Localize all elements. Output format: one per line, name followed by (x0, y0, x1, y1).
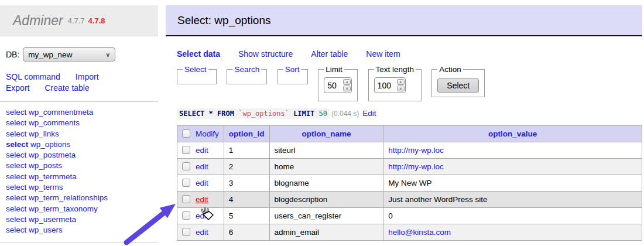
text-length-input[interactable]: 100 ∧ ∨ (374, 77, 406, 93)
table-row: edit3blognameMy New WP (177, 175, 642, 192)
option-value-cell: hello@kinsta.com (383, 224, 642, 241)
adminer-new-version-link[interactable]: 4.7.8 (88, 16, 105, 25)
edit-link-row-5[interactable]: edit (196, 211, 208, 220)
column-header-option-name[interactable]: option_name (269, 126, 383, 142)
select-table-link-wp_usermeta[interactable]: select (6, 215, 26, 224)
edit-link-row-4[interactable]: edit (196, 195, 208, 204)
action-legend: Action (437, 65, 463, 74)
row-checkbox[interactable] (182, 179, 190, 187)
select-table-link-wp_term_relationships[interactable]: select (6, 193, 26, 202)
table-link-wp_comments[interactable]: wp_comments (29, 118, 80, 127)
query-duration: (0.044 s) (331, 110, 359, 118)
table-row: edit6admin_emailhello@kinsta.com (177, 224, 642, 241)
sql-keyword: FROM (217, 110, 234, 118)
table-link-wp_term_relationships[interactable]: wp_term_relationships (29, 193, 108, 202)
table-row: edit1siteurlhttp://my-wp.loc (177, 142, 642, 159)
select-table-link-wp_posts[interactable]: select (6, 161, 26, 170)
sort-toggle-link[interactable]: Sort (285, 65, 300, 74)
row-checkbox[interactable] (182, 228, 190, 236)
table-link-wp_links[interactable]: wp_links (29, 129, 59, 138)
edit-link-row-6[interactable]: edit (196, 228, 208, 237)
modify-cell: edit (177, 224, 224, 241)
spinner-down-icon[interactable]: ∨ (343, 86, 351, 91)
edit-link-row-2[interactable]: edit (196, 162, 208, 171)
db-select[interactable]: my_wp_new ∨ (23, 47, 115, 62)
modify-link[interactable]: Modify (196, 129, 219, 138)
spinner-up-icon[interactable]: ∧ (397, 79, 405, 85)
edit-link-row-1[interactable]: edit (196, 146, 208, 155)
option-value-link[interactable]: hello@kinsta.com (388, 228, 451, 237)
results-table: Modify option_id option_name option_valu… (177, 125, 642, 241)
edit-link-row-3[interactable]: edit (196, 179, 208, 187)
option-value-cell: My New WP (383, 175, 642, 192)
table-link-wp_users[interactable]: wp_users (29, 226, 63, 234)
table-link-wp_postmeta[interactable]: wp_postmeta (29, 151, 76, 159)
chevron-down-icon: ∨ (105, 51, 110, 59)
tab-new-item[interactable]: New item (366, 49, 400, 59)
modify-header-cell: Modify (177, 126, 224, 142)
column-header-option-value[interactable]: option_value (383, 126, 642, 142)
select-table-link-wp_term_taxonomy[interactable]: select (6, 204, 26, 213)
text-length-legend: Text length (374, 65, 416, 74)
sidebar-link-import[interactable]: Import (76, 72, 99, 81)
table-list: select wp_commentmetaselect wp_commentss… (0, 102, 158, 242)
page-title: Select: wp_options (177, 14, 271, 27)
option-value-link[interactable]: http://my-wp.loc (388, 146, 444, 155)
fieldset-action: Action Select (431, 65, 485, 97)
spinner-up-icon[interactable]: ∧ (343, 79, 351, 85)
select-all-checkbox[interactable] (182, 129, 190, 138)
select-table-link-wp_users[interactable]: select (6, 226, 26, 234)
sidebar: Adminer 4.7.7 4.7.8 DB: my_wp_new ∨ SQL … (0, 0, 158, 242)
sidebar-link-sql-command[interactable]: SQL command (6, 72, 60, 81)
db-selector-row: DB: my_wp_new ∨ (6, 47, 158, 62)
select-table-link-wp_links[interactable]: select (6, 129, 26, 138)
logo-box: Adminer 4.7.7 4.7.8 (0, 5, 158, 36)
modify-cell: edit (177, 159, 224, 175)
title-bar: Select: wp_options (166, 5, 642, 36)
select-table-link-wp_options[interactable]: select (6, 140, 28, 149)
table-list-item: select wp_term_taxonomy (6, 204, 158, 214)
table-row: edit5users_can_register0 (177, 208, 642, 224)
sql-edit-link[interactable]: Edit (362, 109, 376, 118)
sql-star: * (209, 110, 213, 118)
main-content: Select: wp_options Select dataShow struc… (166, 0, 642, 241)
adminer-logo[interactable]: Adminer (13, 13, 63, 29)
select-table-link-wp_terms[interactable]: select (6, 183, 26, 192)
select-toggle-link[interactable]: Select (184, 65, 207, 74)
tab-select-data[interactable]: Select data (177, 49, 220, 59)
table-link-wp_posts[interactable]: wp_posts (29, 161, 62, 170)
text-length-value: 100 (375, 78, 396, 93)
limit-input[interactable]: 50 ∧ ∨ (324, 77, 352, 93)
option-id-cell: 5 (224, 208, 269, 224)
table-list-item: select wp_posts (6, 160, 158, 171)
fieldset-search: Search (227, 65, 267, 84)
option-value-cell: Just another WordPress site (383, 192, 642, 208)
table-link-wp_commentmeta[interactable]: wp_commentmeta (29, 108, 93, 117)
select-table-link-wp_comments[interactable]: select (6, 118, 26, 127)
row-checkbox[interactable] (182, 162, 190, 170)
row-checkbox[interactable] (182, 211, 190, 220)
tabs: Select dataShow structureAlter tableNew … (177, 49, 642, 59)
select-table-link-wp_postmeta[interactable]: select (6, 151, 26, 159)
table-link-wp_term_taxonomy[interactable]: wp_term_taxonomy (29, 204, 98, 213)
option-value-link[interactable]: http://my-wp.loc (388, 162, 444, 171)
table-link-wp_termmeta[interactable]: wp_termmeta (29, 172, 77, 181)
tab-alter-table[interactable]: Alter table (311, 49, 348, 59)
search-toggle-link[interactable]: Search (234, 65, 259, 74)
row-checkbox[interactable] (182, 146, 190, 154)
table-link-wp_options[interactable]: wp_options (30, 140, 70, 149)
spinner-down-icon[interactable]: ∨ (397, 86, 405, 91)
modify-cell: edit (177, 175, 224, 192)
tab-show-structure[interactable]: Show structure (238, 49, 293, 59)
table-link-wp_usermeta[interactable]: wp_usermeta (29, 215, 76, 224)
row-checkbox[interactable] (182, 195, 190, 203)
select-table-link-wp_termmeta[interactable]: select (6, 172, 26, 181)
table-list-item: select wp_commentmeta (6, 107, 158, 118)
select-submit-button[interactable]: Select (437, 78, 479, 93)
select-table-link-wp_commentmeta[interactable]: select (6, 108, 26, 117)
option-name-cell: siteurl (269, 142, 383, 159)
column-header-option-id[interactable]: option_id (224, 126, 269, 142)
sidebar-link-export[interactable]: Export (6, 83, 29, 93)
sidebar-link-create-table[interactable]: Create table (44, 83, 89, 93)
table-link-wp_terms[interactable]: wp_terms (29, 183, 63, 192)
